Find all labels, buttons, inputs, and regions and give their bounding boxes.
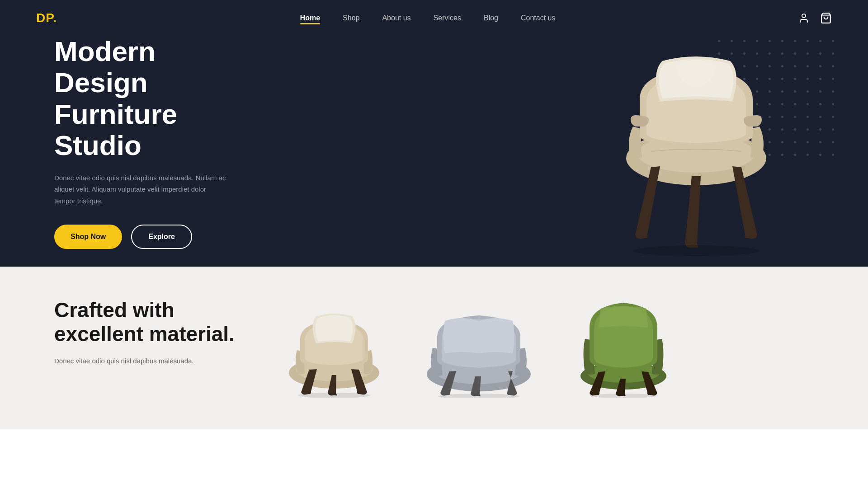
svg-point-4 — [633, 245, 760, 256]
product-green-chair-svg — [569, 303, 678, 398]
cart-icon-button[interactable] — [820, 12, 832, 24]
hero-title-line2: Furniture Studio — [54, 99, 177, 161]
svg-point-13 — [590, 394, 657, 398]
product-card-beige[interactable] — [271, 298, 397, 398]
nav-link-shop[interactable]: Shop — [343, 14, 359, 22]
nav-links: Home Shop About us Services Blog Contact… — [300, 14, 556, 22]
product-cards-row — [271, 298, 814, 398]
product-gray-chair-svg — [415, 303, 542, 398]
user-icon-button[interactable] — [798, 13, 809, 23]
hero-title-line1: Modern Design — [54, 36, 156, 98]
hero-buttons: Shop Now Explore — [54, 225, 226, 249]
hero-title: Modern Design Furniture Studio — [54, 36, 226, 161]
nav-icons — [798, 12, 832, 24]
logo-dot: . — [53, 11, 57, 25]
logo-text: DP — [36, 11, 53, 25]
logo[interactable]: DP. — [36, 11, 57, 25]
navbar: DP. Home Shop About us Services Blog Con… — [0, 0, 868, 36]
nav-item-services[interactable]: Services — [434, 14, 461, 22]
hero-content: Modern Design Furniture Studio Donec vit… — [0, 36, 280, 249]
cart-icon — [820, 12, 832, 24]
nav-item-blog[interactable]: Blog — [484, 14, 498, 22]
svg-point-0 — [802, 14, 806, 18]
nav-item-home[interactable]: Home — [300, 14, 320, 22]
user-icon — [798, 13, 809, 23]
hero-description: Donec vitae odio quis nisl dapibus males… — [54, 172, 226, 207]
product-card-green[interactable] — [560, 298, 687, 398]
nav-link-about[interactable]: About us — [382, 14, 410, 22]
section-crafted: Crafted with excellent material. Donec v… — [0, 267, 868, 429]
explore-button[interactable]: Explore — [131, 225, 192, 249]
nav-link-services[interactable]: Services — [434, 14, 461, 22]
nav-item-shop[interactable]: Shop — [343, 14, 359, 22]
section2-description: Donec vitae odio quis nisl dapibus males… — [54, 355, 235, 367]
hero-chair-illustration — [592, 27, 796, 258]
nav-link-home[interactable]: Home — [300, 14, 320, 22]
hero-section: Modern Design Furniture Studio Donec vit… — [0, 0, 868, 267]
section2-text: Crafted with excellent material. Donec v… — [54, 298, 235, 366]
nav-link-contact[interactable]: Contact us — [521, 14, 555, 22]
product-beige-chair-svg — [275, 303, 393, 398]
product-card-gray[interactable] — [415, 298, 542, 398]
svg-point-10 — [438, 394, 519, 398]
nav-item-contact[interactable]: Contact us — [521, 14, 555, 22]
chair-svg — [592, 27, 800, 262]
nav-item-about[interactable]: About us — [382, 14, 410, 22]
section2-title-line1: Crafted with — [54, 298, 175, 322]
section2-title: Crafted with excellent material. — [54, 298, 235, 346]
nav-link-blog[interactable]: Blog — [484, 14, 498, 22]
section2-title-line2: excellent material. — [54, 322, 235, 346]
shop-now-button[interactable]: Shop Now — [54, 225, 122, 249]
